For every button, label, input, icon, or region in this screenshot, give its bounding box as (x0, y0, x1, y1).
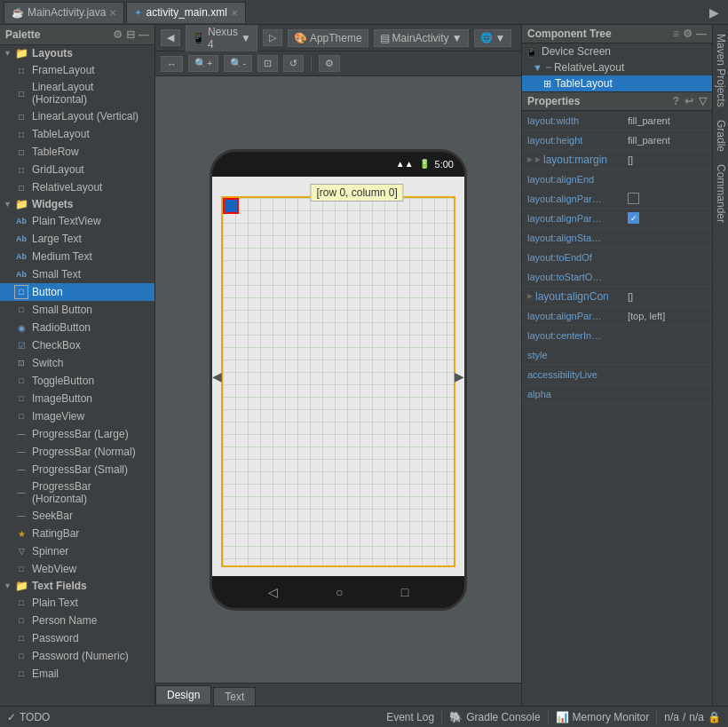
tab-close-main[interactable]: ✕ (109, 8, 116, 18)
palette-item-password-numeric[interactable]: □ Password (Numeric) (0, 647, 154, 665)
tree-item-tablelayout[interactable]: ⊞ TableLayout (522, 75, 712, 91)
checkbox-alignpar-1[interactable] (628, 193, 639, 204)
prop-name-layout-margin[interactable]: ▶layout:margin (522, 152, 624, 168)
prop-value-layout-toendof[interactable] (624, 256, 712, 259)
prop-value-layout-alignend[interactable] (624, 178, 712, 181)
palette-item-tablerow[interactable]: □ TableRow (0, 143, 154, 161)
palette-item-radiobutton[interactable]: ◉ RadioButton (0, 319, 154, 336)
palette-item-smallbutton[interactable]: □ Small Button (0, 301, 154, 319)
palette-item-togglebutton[interactable]: □ ToggleButton (0, 372, 154, 390)
tab-design[interactable]: Design (155, 685, 211, 706)
palette-item-switch[interactable]: ⊡ Switch (0, 354, 154, 372)
prop-value-layout-tostarto[interactable] (624, 275, 712, 279)
sidebar-tab-commander[interactable]: Commander (713, 159, 729, 228)
tree-sort-icon[interactable]: ≡ (673, 28, 679, 40)
toolbar-zoom-out[interactable]: 🔍- (224, 55, 252, 72)
palette-item-imagebutton[interactable]: □ ImageButton (0, 390, 154, 407)
toolbar-theme-selector[interactable]: 🎨 AppTheme (288, 29, 368, 47)
prop-value-accessibility[interactable] (624, 373, 712, 376)
prop-filter-icon[interactable]: ▽ (699, 95, 707, 107)
section-textfields[interactable]: 📁 Text Fields (0, 578, 154, 594)
prop-value-alpha[interactable] (624, 392, 712, 396)
tree-settings-icon[interactable]: ⚙ (683, 28, 692, 40)
palette-item-password[interactable]: □ Password (0, 629, 154, 647)
table-layout-container[interactable] (221, 196, 455, 567)
prop-value-layout-alignpar-2[interactable]: ✓ (624, 210, 712, 225)
toolbar-refresh[interactable]: ↺ (283, 55, 304, 72)
palette-item-largetext[interactable]: Ab Large Text (0, 230, 154, 248)
status-memory-monitor[interactable]: 📊 Memory Monitor (556, 711, 650, 723)
tablelayout-tree-icon: ⊞ (543, 78, 551, 90)
palette-item-framelayout[interactable]: □ FrameLayout (0, 61, 154, 79)
nav-recents-btn[interactable]: □ (401, 585, 408, 599)
sidebar-tab-gradle[interactable]: Gradle (713, 115, 729, 157)
selected-cell[interactable] (223, 198, 239, 214)
prop-value-layout-centerin[interactable] (624, 334, 712, 337)
toolbar-nav-back[interactable]: ◀ (161, 29, 180, 46)
palette-item-plaintext[interactable]: □ Plain Text (0, 594, 154, 612)
prop-value-layout-alignpar-3[interactable]: [top, left] (624, 309, 712, 323)
toolbar-zoom-in[interactable]: 🔍+ (188, 55, 218, 72)
palette-item-mediumtext[interactable]: Ab Medium Text (0, 248, 154, 265)
toolbar-activity-selector[interactable]: ▤ MainActivity ▼ (374, 29, 469, 47)
palette-item-button[interactable]: □ Button (0, 283, 154, 301)
section-layouts[interactable]: 📁 Layouts (0, 45, 154, 61)
prop-value-layout-width[interactable]: fill_parent (624, 114, 712, 128)
palette-item-smalltext[interactable]: Ab Small Text (0, 265, 154, 283)
palette-item-email[interactable]: □ Email (0, 665, 154, 683)
palette-item-progressbar-large[interactable]: — ProgressBar (Large) (0, 425, 154, 443)
palette-item-tablelayout[interactable]: □ TableLayout (0, 125, 154, 143)
prop-help-icon[interactable]: ? (673, 95, 679, 107)
tab-main-activity[interactable]: ☕ MainActivity.java ✕ (4, 2, 124, 23)
checkbox-alignpar-2[interactable]: ✓ (628, 212, 639, 224)
toolbar-settings-2[interactable]: ⚙ (319, 55, 340, 72)
palette-item-webview[interactable]: □ WebView (0, 560, 154, 578)
prop-name-layout-aligncon[interactable]: ▶layout:alignCon (522, 288, 624, 304)
palette-item-progressbar-horiz[interactable]: — ProgressBar (Horizontal) (0, 478, 154, 507)
prop-value-layout-alignpar-1[interactable] (624, 191, 712, 206)
palette-settings-icon[interactable]: ⚙ (113, 28, 123, 41)
palette-item-relativelayout[interactable]: □ RelativeLayout (0, 178, 154, 196)
tree-minimize-icon[interactable]: — (696, 28, 707, 40)
palette-item-personname[interactable]: □ Person Name (0, 612, 154, 629)
palette-header: Palette ⚙ ⊟ — (0, 25, 154, 45)
relative-badge (546, 67, 551, 68)
nav-home-btn[interactable]: ○ (336, 585, 343, 599)
toolbar-locale[interactable]: 🌐▼ (474, 29, 512, 47)
status-todo[interactable]: ✓ TODO (7, 711, 50, 723)
palette-item-checkbox[interactable]: ☑ CheckBox (0, 336, 154, 354)
palette-item-linearlayout-h[interactable]: □ LinearLayout (Horizontal) (0, 79, 154, 107)
prop-value-style[interactable] (624, 353, 712, 357)
palette-item-spinner[interactable]: ▽ Spinner (0, 542, 154, 560)
phone-screen[interactable]: [row 0, column 0] (212, 177, 464, 576)
toolbar-actions[interactable]: ▷ (263, 29, 282, 46)
palette-item-ratingbar[interactable]: ★ RatingBar (0, 525, 154, 542)
section-widgets[interactable]: 📁 Widgets (0, 196, 154, 212)
prop-value-layout-margin[interactable]: [] (624, 153, 712, 167)
palette-item-plaintextview[interactable]: Ab Plain TextView (0, 212, 154, 230)
palette-close-icon[interactable]: — (138, 28, 149, 41)
toolbar-move[interactable]: ↔ (161, 56, 183, 72)
status-gradle-console[interactable]: 🐘 Gradle Console (449, 711, 540, 723)
palette-item-gridlayout[interactable]: □ GridLayout (0, 161, 154, 178)
palette-item-linearlayout-v[interactable]: □ LinearLayout (Vertical) (0, 107, 154, 125)
prop-value-layout-aligncon[interactable]: [] (624, 289, 712, 304)
tree-item-relativelayout[interactable]: ▼ RelativeLayout (522, 59, 712, 75)
tab-text[interactable]: Text (213, 687, 256, 706)
toolbar-device-selector[interactable]: 📱 Nexus 4 ▼ (186, 25, 257, 53)
prop-value-layout-height[interactable]: fill_parent (624, 133, 712, 147)
toolbar-fit[interactable]: ⊡ (257, 55, 278, 72)
prop-value-layout-alignsta[interactable] (624, 236, 712, 240)
palette-item-progressbar-normal[interactable]: — ProgressBar (Normal) (0, 443, 154, 461)
tab-close-xml[interactable]: ✕ (231, 8, 238, 18)
nav-back-btn[interactable]: ◁ (268, 585, 278, 599)
tree-item-device-screen[interactable]: 📱 Device Screen (522, 43, 712, 59)
palette-search-icon[interactable]: ⊟ (126, 28, 135, 41)
palette-item-progressbar-small[interactable]: — ProgressBar (Small) (0, 461, 154, 478)
sidebar-tab-maven[interactable]: Maven Projects (713, 28, 729, 113)
palette-item-seekbar[interactable]: — SeekBar (0, 507, 154, 525)
prop-restore-icon[interactable]: ↩ (684, 95, 693, 107)
status-event-log[interactable]: Event Log (386, 711, 434, 723)
tab-activity-xml[interactable]: ✦ activity_main.xml ✕ (126, 2, 245, 23)
palette-item-imageview[interactable]: □ ImageView (0, 407, 154, 425)
